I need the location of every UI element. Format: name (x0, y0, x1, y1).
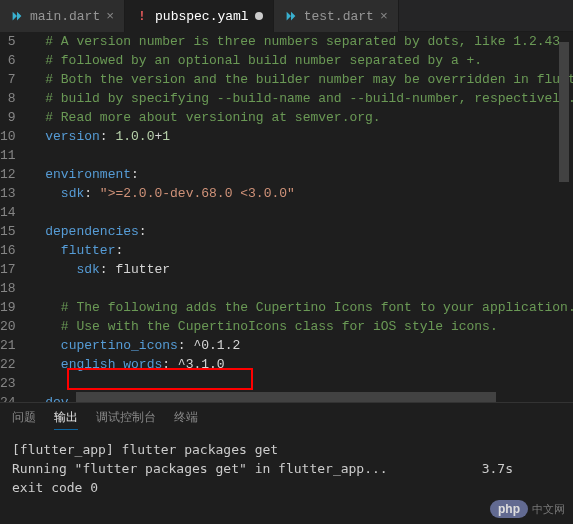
line-number: 13 (0, 184, 16, 203)
panel-tab[interactable]: 调试控制台 (96, 409, 156, 430)
line-number: 6 (0, 51, 16, 70)
code-line[interactable]: flutter: (30, 241, 573, 260)
line-number: 7 (0, 70, 16, 89)
code-token: version (45, 129, 100, 144)
horizontal-scrollbar-thumb[interactable] (76, 392, 496, 402)
code-line[interactable] (30, 203, 573, 222)
code-token: cupertino_icons (61, 338, 178, 353)
line-number-gutter: 56789101112131415161718192021222324 (0, 32, 30, 402)
terminal-line: [flutter_app] flutter packages get (12, 440, 561, 459)
code-line[interactable] (30, 146, 573, 165)
code-token: environment (45, 167, 131, 182)
line-number: 20 (0, 317, 16, 336)
dart-file-icon (10, 9, 24, 23)
close-icon[interactable]: × (106, 9, 114, 24)
panel-tab[interactable]: 终端 (174, 409, 198, 430)
code-token: # build by specifying --build-name and -… (45, 91, 573, 106)
line-number: 16 (0, 241, 16, 260)
panel-tab[interactable]: 问题 (12, 409, 36, 430)
watermark: php 中文网 (490, 500, 565, 518)
code-line[interactable]: # followed by an optional build number s… (30, 51, 573, 70)
code-token: # A version number is three numbers sepa… (45, 34, 560, 49)
svg-text:!: ! (138, 10, 145, 23)
code-token: sdk (76, 262, 99, 277)
code-token: : (178, 338, 194, 353)
code-token: : (139, 224, 147, 239)
line-number: 9 (0, 108, 16, 127)
line-number: 11 (0, 146, 16, 165)
tab-test-dart[interactable]: test.dart× (274, 0, 399, 32)
line-number: 18 (0, 279, 16, 298)
code-line[interactable]: sdk: flutter (30, 260, 573, 279)
line-number: 24 (0, 393, 16, 402)
line-number: 23 (0, 374, 16, 393)
code-line[interactable]: english_words: ^3.1.0 (30, 355, 573, 374)
unsaved-indicator-icon (255, 12, 263, 20)
close-icon[interactable]: × (380, 9, 388, 24)
code-line[interactable]: version: 1.0.0+1 (30, 127, 573, 146)
line-number: 22 (0, 355, 16, 374)
code-line[interactable]: # A version number is three numbers sepa… (30, 32, 573, 51)
line-number: 10 (0, 127, 16, 146)
panel-tab[interactable]: 输出 (54, 409, 78, 430)
line-number: 5 (0, 32, 16, 51)
code-line[interactable]: environment: (30, 165, 573, 184)
code-token: sdk (61, 186, 84, 201)
line-number: 14 (0, 203, 16, 222)
php-logo-icon: php (490, 500, 528, 518)
code-token: ^0.1.2 (193, 338, 240, 353)
code-line[interactable] (30, 279, 573, 298)
terminal-line: exit code 0 (12, 478, 561, 497)
line-number: 21 (0, 336, 16, 355)
code-token: # Read more about versioning at semver.o… (45, 110, 380, 125)
code-token: : (100, 262, 116, 277)
tab-pubspec-yaml[interactable]: !pubspec.yaml (125, 0, 274, 32)
code-token: dependencies (45, 224, 139, 239)
code-line[interactable]: # Read more about versioning at semver.o… (30, 108, 573, 127)
code-line[interactable]: # Both the version and the builder numbe… (30, 70, 573, 89)
line-number: 19 (0, 298, 16, 317)
code-token: ">=2.0.0-dev.68.0 <3.0.0" (100, 186, 295, 201)
code-token: : (84, 186, 100, 201)
horizontal-scrollbar[interactable] (76, 392, 573, 402)
code-token: english_words (61, 357, 162, 372)
code-token: # followed by an optional build number s… (45, 53, 482, 68)
tab-label: main.dart (30, 9, 100, 24)
code-line[interactable]: # The following adds the Cupertino Icons… (30, 298, 573, 317)
tab-label: test.dart (304, 9, 374, 24)
code-token: : (115, 243, 123, 258)
watermark-text: 中文网 (532, 502, 565, 517)
code-token: # Use with the CupertinoIcons class for … (61, 319, 498, 334)
code-area[interactable]: # A version number is three numbers sepa… (30, 32, 573, 402)
code-token: flutter (115, 262, 170, 277)
code-line[interactable] (30, 374, 573, 393)
code-token: : (131, 167, 139, 182)
code-line[interactable]: dependencies: (30, 222, 573, 241)
code-token: 1.0.0 (115, 129, 154, 144)
line-number: 17 (0, 260, 16, 279)
code-token: : (162, 357, 178, 372)
terminal-line: Running "flutter packages get" in flutte… (12, 459, 561, 478)
timing-value: 3.7s (482, 459, 513, 478)
panel-tab-bar: 问题输出调试控制台终端 (0, 403, 573, 434)
code-line[interactable]: # Use with the CupertinoIcons class for … (30, 317, 573, 336)
panel-output[interactable]: [flutter_app] flutter packages getRunnin… (0, 434, 573, 524)
code-editor[interactable]: 56789101112131415161718192021222324 # A … (0, 32, 573, 402)
code-line[interactable]: # build by specifying --build-name and -… (30, 89, 573, 108)
code-token: flutter (61, 243, 116, 258)
code-line[interactable]: cupertino_icons: ^0.1.2 (30, 336, 573, 355)
code-line[interactable]: sdk: ">=2.0.0-dev.68.0 <3.0.0" (30, 184, 573, 203)
tab-main-dart[interactable]: main.dart× (0, 0, 125, 32)
tab-label: pubspec.yaml (155, 9, 249, 24)
dart-file-icon (284, 9, 298, 23)
code-token: # The following adds the Cupertino Icons… (61, 300, 573, 315)
code-token: 1 (162, 129, 170, 144)
bottom-panel: 问题输出调试控制台终端 [flutter_app] flutter packag… (0, 402, 573, 524)
yaml-file-icon: ! (135, 9, 149, 23)
vertical-scrollbar[interactable] (561, 32, 571, 402)
line-number: 8 (0, 89, 16, 108)
line-number: 15 (0, 222, 16, 241)
vertical-scrollbar-thumb[interactable] (559, 42, 569, 182)
line-number: 12 (0, 165, 16, 184)
code-token: ^3.1.0 (178, 357, 225, 372)
